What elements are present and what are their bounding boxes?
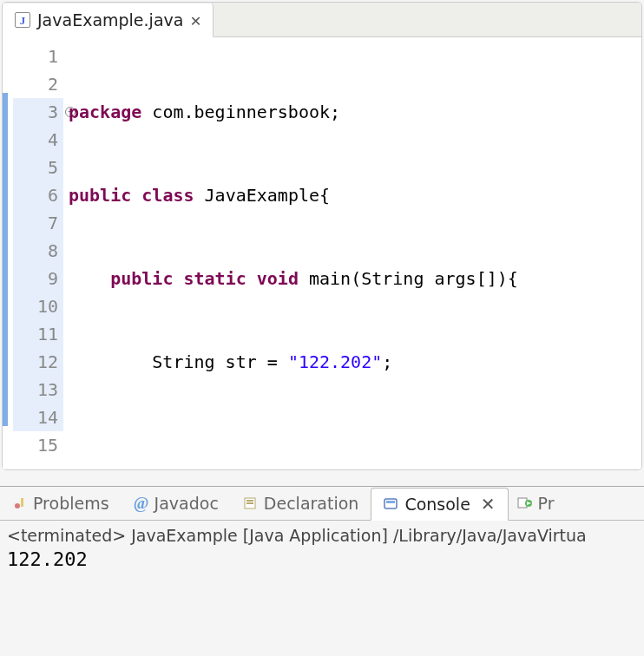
line-number: 13 [13, 376, 63, 403]
line-number: 9 [13, 265, 63, 292]
tab-problems[interactable]: Problems [0, 489, 122, 518]
code-text: String str = [152, 351, 288, 372]
console-output: 122.202 [0, 547, 644, 572]
line-number: 15 [13, 431, 63, 459]
keyword: package [69, 102, 141, 122]
line-number: 1 [13, 43, 63, 70]
line-number: 11 [13, 320, 63, 348]
line-number: 12 [13, 348, 63, 376]
line-number: 14 [13, 403, 63, 431]
code-editor[interactable]: package com.beginnersbook; public class … [63, 37, 641, 470]
svg-rect-1 [21, 498, 23, 507]
keyword: class [141, 185, 194, 206]
keyword: void [257, 268, 299, 289]
tab-console[interactable]: Console ✕ [371, 488, 508, 521]
code-text: ; [382, 351, 392, 372]
tab-javadoc[interactable]: @ Javadoc [122, 489, 231, 518]
declaration-icon [243, 495, 259, 511]
svg-rect-4 [246, 502, 253, 504]
tab-partial[interactable]: Pr [509, 489, 567, 518]
line-number: 8 [13, 237, 63, 265]
editor-tab[interactable]: J JavaExample.java ✕ [3, 3, 214, 37]
panel-tab-bar: Problems @ Javadoc Declaration Console ✕… [0, 486, 644, 521]
code-text: main(String args[]){ [299, 268, 518, 289]
marker-bar [3, 37, 13, 470]
line-number: 10 [13, 292, 63, 320]
keyword: public [110, 268, 173, 289]
tab-label: JavaExample.java [37, 10, 183, 30]
line-number-gutter: 123−456789101112131415 [13, 37, 63, 470]
run-icon [517, 495, 533, 511]
close-icon[interactable]: ✕ [190, 10, 200, 30]
line-number: 2 [13, 70, 63, 98]
problems-icon [12, 495, 28, 511]
svg-rect-3 [246, 500, 253, 502]
console-icon [384, 496, 399, 512]
close-icon[interactable]: ✕ [481, 494, 496, 515]
keyword: static [183, 268, 246, 289]
console-status: <terminated> JavaExample [Java Applicati… [0, 521, 644, 547]
javadoc-icon: @ [134, 495, 149, 511]
line-number: 6 [13, 181, 63, 209]
code-container: 123−456789101112131415 package com.begin… [3, 37, 641, 470]
line-number: 4 [13, 126, 63, 154]
svg-point-0 [15, 503, 20, 508]
bottom-panel: Problems @ Javadoc Declaration Console ✕… [0, 486, 644, 572]
keyword: public [69, 185, 131, 206]
code-text: com.beginnersbook; [141, 102, 340, 122]
svg-rect-5 [384, 499, 397, 508]
line-number: 5 [13, 154, 63, 181]
string-literal: "122.202" [288, 351, 382, 372]
editor-area: J JavaExample.java ✕ 123−456789101112131… [2, 2, 642, 470]
editor-tab-bar: J JavaExample.java ✕ [3, 3, 641, 37]
tab-declaration[interactable]: Declaration [231, 489, 371, 518]
line-number: 3− [13, 98, 63, 126]
line-number: 7 [13, 209, 63, 237]
java-file-icon: J [15, 12, 30, 28]
code-text: JavaExample{ [194, 185, 331, 206]
svg-rect-6 [386, 501, 395, 503]
